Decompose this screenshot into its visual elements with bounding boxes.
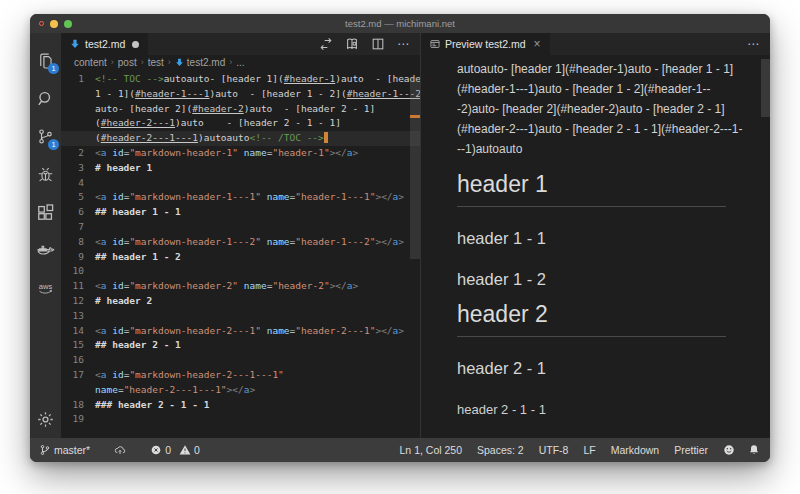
editor-line[interactable]: 15## header 2 - 1 bbox=[61, 338, 420, 353]
close-tab-icon[interactable]: × bbox=[534, 38, 541, 50]
editor-line[interactable]: 2<a id="markdown-header-1" name="header-… bbox=[61, 146, 420, 161]
editor-line[interactable]: 18### header 2 - 1 - 1 bbox=[61, 398, 420, 413]
editor-line[interactable]: 12# header 2 bbox=[61, 294, 420, 309]
warning-count: 0 bbox=[194, 444, 200, 456]
editor-line[interactable]: 6## header 1 - 1 bbox=[61, 205, 420, 220]
preview-paragraph-line: (#header-1---1)auto - [header 1 - 2](#he… bbox=[457, 79, 726, 99]
feedback-smiley[interactable] bbox=[723, 444, 735, 456]
activity-item-settings[interactable] bbox=[30, 400, 61, 438]
editor-line[interactable]: 1<!-- TOC -->autoauto- [header 1](#heade… bbox=[61, 72, 420, 87]
editor-line[interactable]: 14<a id="markdown-header-2---1" name="he… bbox=[61, 324, 420, 339]
line-content: ## header 1 - 1 bbox=[95, 205, 181, 220]
preview-paragraph-line: autoauto- [header 1](#header-1)auto - [h… bbox=[457, 59, 726, 79]
breadcrumb-item[interactable]: content bbox=[74, 57, 107, 68]
editor-scrollbar[interactable] bbox=[410, 77, 420, 259]
preview-heading-h1: header 2 bbox=[457, 301, 726, 337]
title-bar[interactable]: test2.md — michimani.net bbox=[30, 14, 770, 33]
activity-item-debug[interactable] bbox=[30, 155, 61, 193]
status-item[interactable]: Prettier bbox=[674, 444, 708, 456]
breadcrumb[interactable]: content›post›test›test2.md›... bbox=[61, 55, 420, 69]
status-right: Ln 1, Col 250Spaces: 2UTF-8LFMarkdownPre… bbox=[400, 444, 708, 456]
activity-badge: 1 bbox=[48, 63, 59, 74]
status-item[interactable]: Markdown bbox=[611, 444, 659, 456]
overview-ruler-cursor-mark bbox=[410, 115, 420, 118]
line-number bbox=[61, 131, 95, 146]
editor-line[interactable]: 4 bbox=[61, 176, 420, 191]
error-count: 0 bbox=[165, 444, 171, 456]
editor-line[interactable]: 13 bbox=[61, 309, 420, 324]
line-number: 16 bbox=[61, 353, 95, 368]
breadcrumb-item[interactable]: test bbox=[148, 57, 164, 68]
zoom-window-icon[interactable] bbox=[64, 20, 72, 28]
status-item[interactable]: UTF-8 bbox=[539, 444, 569, 456]
window-title: test2.md — michimani.net bbox=[345, 18, 455, 29]
desktop-background: test2.md — michimani.net 11aws test2.md bbox=[0, 0, 800, 494]
git-branch-status[interactable]: master* bbox=[39, 444, 90, 456]
markdown-preview-icon bbox=[430, 39, 440, 49]
activity-item-aws[interactable]: aws bbox=[30, 269, 61, 307]
line-content: <a id="markdown-header-2" name="header-2… bbox=[95, 279, 358, 294]
line-content: auto- [header 2](#header-2)auto - [heade… bbox=[95, 102, 375, 117]
open-preview-side-icon[interactable] bbox=[345, 37, 359, 51]
activity-item-extensions[interactable] bbox=[30, 193, 61, 231]
activity-item-docker[interactable] bbox=[30, 231, 61, 269]
line-content: ## header 2 - 1 bbox=[95, 338, 181, 353]
line-number: 19 bbox=[61, 412, 95, 427]
tab-test2md[interactable]: test2.md bbox=[61, 33, 148, 55]
editor-line[interactable]: 1 - 1](#header-1---1)auto - [header 1 - … bbox=[61, 87, 420, 102]
more-actions-icon[interactable]: ⋯ bbox=[397, 37, 410, 51]
breadcrumb-item[interactable]: post bbox=[118, 57, 137, 68]
editor-line[interactable]: name="header-2---1---1"></a> bbox=[61, 383, 420, 398]
breadcrumb-separator: › bbox=[141, 57, 144, 67]
open-changes-icon[interactable] bbox=[319, 37, 333, 51]
line-number: 4 bbox=[61, 176, 95, 191]
line-content: <a id="markdown-header-1---1" name="head… bbox=[95, 190, 404, 205]
activity-item-explorer[interactable]: 1 bbox=[30, 41, 61, 79]
sync-status[interactable] bbox=[114, 444, 126, 456]
activity-item-source-control[interactable]: 1 bbox=[30, 117, 61, 155]
editor-line[interactable]: (#header-2---1)auto - [header 2 - 1 - 1] bbox=[61, 116, 420, 131]
editor-line[interactable]: 10 bbox=[61, 264, 420, 279]
close-window-icon[interactable] bbox=[39, 21, 44, 26]
bell-icon bbox=[748, 444, 760, 456]
activity-item-search[interactable] bbox=[30, 79, 61, 117]
notifications[interactable] bbox=[748, 444, 760, 456]
modified-dot-icon[interactable] bbox=[132, 41, 139, 48]
editor-line[interactable]: 3# header 1 bbox=[61, 161, 420, 176]
line-content: <a id="markdown-header-2---1---1" bbox=[95, 368, 284, 383]
git-branch-icon bbox=[39, 444, 51, 456]
editor-line[interactable]: 9## header 1 - 2 bbox=[61, 250, 420, 265]
preview-more-actions-icon[interactable]: ⋯ bbox=[747, 37, 760, 51]
tab-preview-test2md[interactable]: Preview test2.md × bbox=[421, 33, 550, 55]
breadcrumb-item[interactable]: test2.md bbox=[175, 57, 225, 68]
editor-line[interactable]: 8<a id="markdown-header-1---2" name="hea… bbox=[61, 235, 420, 250]
line-number: 10 bbox=[61, 264, 95, 279]
preview-scrollbar[interactable] bbox=[761, 59, 770, 117]
breadcrumb-item[interactable]: ... bbox=[236, 57, 244, 68]
status-item[interactable]: Ln 1, Col 250 bbox=[400, 444, 462, 456]
editor-line[interactable]: 11<a id="markdown-header-2" name="header… bbox=[61, 279, 420, 294]
editor-line[interactable]: 19 bbox=[61, 412, 420, 427]
split-editor-icon[interactable] bbox=[371, 37, 385, 51]
breadcrumb-separator: › bbox=[168, 57, 171, 67]
markdown-preview-pane[interactable]: autoauto- [header 1](#header-1)auto - [h… bbox=[421, 55, 770, 438]
editor-line[interactable]: 5<a id="markdown-header-1---1" name="hea… bbox=[61, 190, 420, 205]
line-number bbox=[61, 116, 95, 131]
warnings-icon bbox=[179, 444, 191, 456]
tab-label: test2.md bbox=[85, 38, 125, 50]
status-item[interactable]: LF bbox=[583, 444, 595, 456]
markdown-file-icon bbox=[175, 58, 184, 67]
editor-line[interactable]: 7 bbox=[61, 220, 420, 235]
minimize-window-icon[interactable] bbox=[50, 20, 58, 28]
preview-group: Preview test2.md × ⋯ autoauto- [header 1… bbox=[421, 33, 770, 438]
problems-status[interactable]: 0 0 bbox=[150, 444, 200, 456]
editor-line[interactable]: auto- [header 2](#header-2)auto - [heade… bbox=[61, 102, 420, 117]
line-number: 5 bbox=[61, 190, 95, 205]
breadcrumb-separator: › bbox=[111, 57, 114, 67]
activity-bar: 11aws bbox=[30, 33, 61, 438]
editor-line[interactable]: (#header-2---1---1)autoauto<!-- /TOC --> bbox=[61, 131, 420, 146]
editor-line[interactable]: 16 bbox=[61, 353, 420, 368]
editor-line[interactable]: 17<a id="markdown-header-2---1---1" bbox=[61, 368, 420, 383]
code-editor[interactable]: 1<!-- TOC -->autoauto- [header 1](#heade… bbox=[61, 69, 420, 438]
status-item[interactable]: Spaces: 2 bbox=[477, 444, 524, 456]
